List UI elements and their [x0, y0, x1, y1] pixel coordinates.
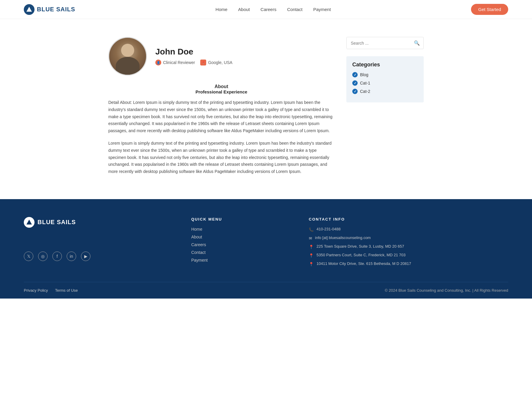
- footer-social: 𝕏 ◎ f in ▶: [24, 252, 173, 261]
- location-icon: [200, 60, 206, 65]
- about-title: About: [108, 84, 334, 89]
- sail-icon: [26, 6, 32, 13]
- category-label-cat1: Cat-1: [360, 81, 370, 85]
- footer-brand: BLUE SAILS 𝕏 ◎ f in ▶: [24, 217, 173, 270]
- sidebar: 🔍 Categories Blog Cat-1 Cat-2: [346, 37, 424, 102]
- linkedin-icon[interactable]: in: [67, 252, 76, 261]
- role-icon: [155, 60, 161, 65]
- search-button[interactable]: 🔍: [410, 37, 423, 49]
- svg-point-1: [29, 224, 30, 225]
- contact-email: ✉ info [at] bluesailscounseling.com: [309, 235, 508, 241]
- terms-link[interactable]: Terms of Use: [55, 288, 78, 293]
- nav-careers[interactable]: Careers: [261, 7, 276, 12]
- categories-title: Categories: [352, 62, 418, 68]
- footer-contact: CONTACT INFO 📞 410-231-0488 ✉ info [at] …: [309, 217, 508, 270]
- profile-about-heading: About Professional Experience: [108, 84, 334, 94]
- instagram-icon[interactable]: ◎: [38, 252, 48, 261]
- profile-section: John Doe Clinical Reviewer Google, USA A…: [108, 37, 334, 175]
- main-content: John Doe Clinical Reviewer Google, USA A…: [102, 19, 430, 199]
- search-input[interactable]: [347, 38, 410, 49]
- footer-sail-icon: [26, 219, 32, 226]
- quick-menu-title: QUICK MENU: [191, 217, 291, 221]
- footer-top: BLUE SAILS 𝕏 ◎ f in ▶ QUICK MENU Home Ab…: [24, 217, 508, 282]
- phone-icon: 📞: [309, 227, 314, 232]
- nav-links: Home About Careers Contact Payment: [215, 7, 331, 12]
- nav-contact[interactable]: Contact: [287, 7, 303, 12]
- address-3: 10411 Motor City Drive, Ste. 615 Bethesd…: [317, 261, 411, 266]
- logo-text: BLUE SAILS: [37, 6, 75, 13]
- facebook-icon[interactable]: f: [52, 252, 62, 261]
- svg-point-0: [29, 10, 30, 12]
- check-icon-cat2: [352, 89, 358, 94]
- address-2: 5350 Partners Court, Suite C, Frederick,…: [317, 253, 406, 257]
- avatar-image: [109, 38, 146, 75]
- profile-meta: Clinical Reviewer Google, USA: [155, 60, 232, 65]
- check-icon-blog: [352, 72, 358, 77]
- footer-logo-text: BLUE SAILS: [37, 219, 76, 226]
- meta-location: Google, USA: [200, 60, 232, 65]
- body-paragraph-2: Lorem Ipsum is simply dummy text of the …: [108, 140, 334, 175]
- nav-about[interactable]: About: [238, 7, 250, 12]
- search-box: 🔍: [346, 37, 424, 49]
- footer-link-about[interactable]: About: [191, 235, 291, 239]
- address-1: 225 Town Square Drive, Suite 3, Lusby, M…: [317, 244, 404, 249]
- check-icon-cat1: [352, 80, 358, 86]
- category-blog[interactable]: Blog: [352, 72, 418, 77]
- map-icon-2: 📍: [309, 253, 314, 258]
- profile-header: John Doe Clinical Reviewer Google, USA: [108, 37, 334, 76]
- footer-link-payment[interactable]: Payment: [191, 258, 291, 263]
- profile-info: John Doe Clinical Reviewer Google, USA: [155, 47, 232, 65]
- avatar: [108, 37, 147, 76]
- nav-payment[interactable]: Payment: [313, 7, 331, 12]
- copyright-text: © 2024 Blue Sails Counseling and Consult…: [385, 288, 508, 293]
- location-label: Google, USA: [208, 60, 232, 65]
- categories-box: Categories Blog Cat-1 Cat-2: [346, 56, 424, 102]
- footer-link-contact[interactable]: Contact: [191, 250, 291, 255]
- privacy-policy-link[interactable]: Privacy Policy: [24, 288, 48, 293]
- footer-bottom: Privacy Policy Terms of Use © 2024 Blue …: [24, 282, 508, 299]
- category-label-cat2: Cat-2: [360, 89, 370, 94]
- nav-home[interactable]: Home: [215, 7, 227, 12]
- map-icon-1: 📍: [309, 245, 314, 249]
- get-started-button[interactable]: Get Started: [471, 4, 508, 15]
- footer-logo: BLUE SAILS: [24, 217, 173, 228]
- navbar: BLUE SAILS Home About Careers Contact Pa…: [0, 0, 532, 19]
- contact-title: CONTACT INFO: [309, 217, 508, 221]
- footer-link-home[interactable]: Home: [191, 227, 291, 232]
- contact-address2: 📍 5350 Partners Court, Suite C, Frederic…: [309, 253, 508, 258]
- role-label: Clinical Reviewer: [163, 60, 195, 65]
- phone-number: 410-231-0488: [317, 227, 341, 231]
- twitter-icon[interactable]: 𝕏: [24, 252, 33, 261]
- contact-address3: 📍 10411 Motor City Drive, Ste. 615 Bethe…: [309, 261, 508, 266]
- category-cat2[interactable]: Cat-2: [352, 89, 418, 94]
- contact-phone: 📞 410-231-0488: [309, 227, 508, 232]
- youtube-icon[interactable]: ▶: [81, 252, 90, 261]
- email-address: info [at] bluesailscounseling.com: [315, 235, 371, 240]
- contact-address1: 📍 225 Town Square Drive, Suite 3, Lusby,…: [309, 244, 508, 249]
- category-label-blog: Blog: [360, 72, 368, 77]
- about-subtitle: Professional Experience: [108, 89, 334, 94]
- footer-bottom-links: Privacy Policy Terms of Use: [24, 288, 78, 293]
- footer-logo-icon: [24, 217, 35, 228]
- footer: BLUE SAILS 𝕏 ◎ f in ▶ QUICK MENU Home Ab…: [0, 199, 532, 299]
- meta-role: Clinical Reviewer: [155, 60, 195, 65]
- category-cat1[interactable]: Cat-1: [352, 80, 418, 86]
- email-icon: ✉: [309, 236, 312, 241]
- nav-logo[interactable]: BLUE SAILS: [24, 4, 75, 15]
- logo-icon: [24, 4, 35, 15]
- footer-quick-menu: QUICK MENU Home About Careers Contact Pa…: [191, 217, 291, 270]
- profile-body: Detail About: Lorem Ipsum is simply dumm…: [108, 99, 334, 175]
- profile-name: John Doe: [155, 47, 232, 57]
- body-paragraph-1: Detail About: Lorem Ipsum is simply dumm…: [108, 99, 334, 135]
- map-icon-3: 📍: [309, 262, 314, 266]
- footer-link-careers[interactable]: Careers: [191, 242, 291, 247]
